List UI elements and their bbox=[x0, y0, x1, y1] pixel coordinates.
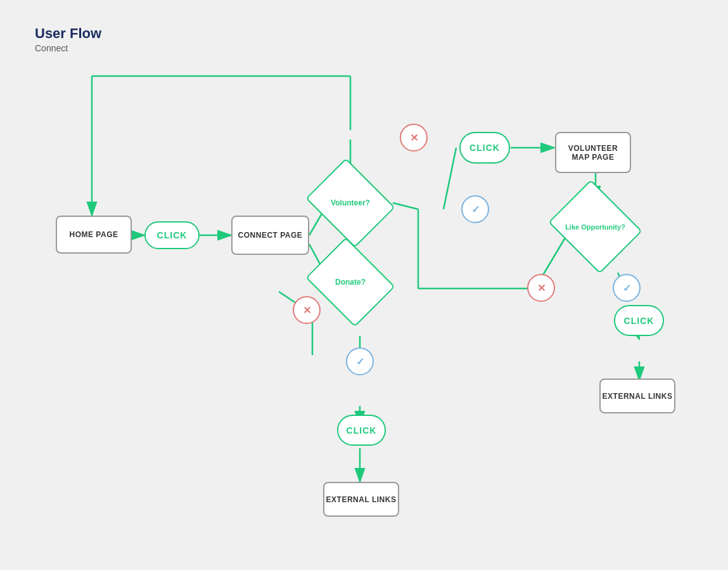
like-opportunity-x-circle: ✕ bbox=[527, 274, 555, 302]
like-opportunity-diamond: Like Opportunity? bbox=[559, 197, 632, 257]
external-links-1-box: EXTERNAL LINKS bbox=[323, 482, 399, 517]
click-pill-2[interactable]: CLICK bbox=[459, 132, 510, 164]
click-pill-4[interactable]: CLICK bbox=[337, 415, 386, 446]
click-pill-1[interactable]: CLICK bbox=[144, 221, 200, 249]
external-links-2-box: EXTERNAL LINKS bbox=[599, 379, 675, 413]
home-page-box: HOME PAGE bbox=[56, 216, 132, 254]
volunteer-check-circle: ✓ bbox=[461, 195, 489, 223]
donate-x-circle: ✕ bbox=[293, 296, 321, 324]
click-pill-5[interactable]: CLICK bbox=[614, 305, 664, 336]
volunteer-diamond: Volunteer? bbox=[316, 174, 385, 231]
connect-page-box: CONNECT PAGE bbox=[231, 216, 309, 255]
title-area: User Flow Connect bbox=[35, 25, 101, 53]
volunteer-map-box: VOLUNTEER MAP PAGE bbox=[555, 132, 631, 173]
volunteer-x-circle: ✕ bbox=[400, 124, 428, 152]
donate-check-circle: ✓ bbox=[346, 347, 374, 375]
like-opportunity-check-circle: ✓ bbox=[613, 274, 641, 302]
donate-diamond: Donate? bbox=[316, 254, 385, 311]
title-sub: Connect bbox=[35, 43, 101, 53]
title-main: User Flow bbox=[35, 25, 101, 42]
svg-line-9 bbox=[393, 203, 418, 209]
svg-line-10 bbox=[444, 148, 456, 209]
